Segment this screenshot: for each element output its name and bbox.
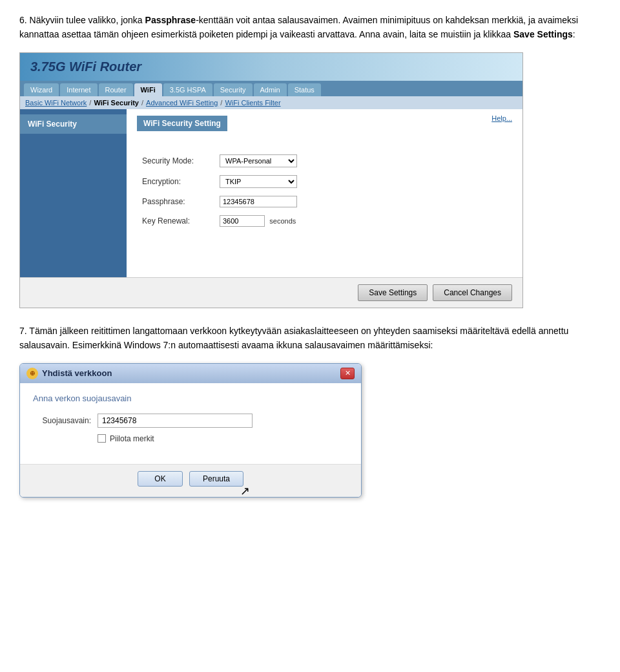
win7-cancel-wrapper: Peruuta ↖ <box>189 471 243 487</box>
win7-dialog: ⊕ Yhdistä verkkoon ✕ Anna verkon suojaus… <box>19 363 362 498</box>
breadcrumb-sep-2: / <box>141 99 143 107</box>
section-title: WiFi Security Setting <box>137 116 227 131</box>
form-row-passphrase: Passphrase: <box>137 192 302 211</box>
tab-security[interactable]: Security <box>214 83 253 96</box>
key-renewal-unit: seconds <box>269 217 296 225</box>
win7-checkbox-row: Piilota merkit <box>98 434 348 443</box>
encryption-label: Encryption: <box>137 171 214 192</box>
tab-admin[interactable]: Admin <box>254 83 287 96</box>
sidebar-wifi-security: WiFi Security <box>20 114 127 134</box>
win7-cancel-button[interactable]: Peruuta <box>189 471 243 487</box>
breadcrumb-advanced-wifi[interactable]: Advanced WiFi Setting <box>146 99 218 107</box>
tab-status[interactable]: Status <box>288 83 321 96</box>
win7-dialog-footer: OK Peruuta ↖ <box>20 464 361 497</box>
tab-hspa[interactable]: 3.5G HSPA <box>163 83 212 96</box>
form-row-encryption: Encryption: TKIP <box>137 171 302 192</box>
breadcrumb-sep-1: / <box>89 99 91 107</box>
encryption-cell: TKIP <box>214 171 302 192</box>
passphrase-cell <box>214 192 302 211</box>
win7-titlebar: ⊕ Yhdistä verkkoon ✕ <box>20 364 361 383</box>
router-nav: Wizard Internet Router WiFi 3.5G HSPA Se… <box>20 81 522 96</box>
breadcrumb-basic-wifi[interactable]: Basic WiFi Network <box>25 99 87 107</box>
router-footer: Save Settings Cancel Changes <box>20 277 522 308</box>
tab-wifi[interactable]: WiFi <box>134 83 162 96</box>
win7-hide-chars-checkbox[interactable] <box>98 434 106 443</box>
router-content: WiFi Security Setting Help... Security M… <box>127 109 522 277</box>
key-renewal-input[interactable] <box>220 215 265 227</box>
breadcrumb-wifi-clients[interactable]: WiFi Clients Filter <box>225 99 280 107</box>
router-title: 3.75G WiFi Router <box>30 59 141 74</box>
win7-close-button[interactable]: ✕ <box>340 368 355 379</box>
security-mode-cell: WPA-Personal <box>214 151 302 171</box>
security-mode-select[interactable]: WPA-Personal <box>220 154 297 167</box>
tab-router[interactable]: Router <box>99 83 133 96</box>
encryption-select[interactable]: TKIP <box>220 175 297 188</box>
passphrase-bold: Passphrase <box>145 15 196 25</box>
settings-form: Security Mode: WPA-Personal Encryption: … <box>137 151 302 231</box>
help-link[interactable]: Help... <box>491 114 512 122</box>
key-renewal-cell: seconds <box>214 211 302 231</box>
cursor-icon: ↖ <box>240 484 250 498</box>
win7-title-left: ⊕ Yhdistä verkkoon <box>26 368 112 379</box>
win7-field-label: Suojausavain: <box>33 416 91 425</box>
paragraph-1: 6. Näkyviin tulee valikko, jonka Passphr… <box>19 13 601 42</box>
tab-wizard[interactable]: Wizard <box>24 83 59 96</box>
form-row-security-mode: Security Mode: WPA-Personal <box>137 151 302 171</box>
paragraph-2-num: 7. <box>19 326 27 336</box>
win7-security-key-input[interactable] <box>98 414 253 428</box>
router-breadcrumb: Basic WiFi Network / WiFi Security / Adv… <box>20 96 522 109</box>
save-settings-button[interactable]: Save Settings <box>358 284 428 301</box>
win7-dialog-body: Anna verkon suojausavain Suojausavain: P… <box>20 383 361 464</box>
save-settings-bold: Save Settings <box>513 29 573 39</box>
passphrase-input[interactable] <box>220 196 297 207</box>
passphrase-label: Passphrase: <box>137 192 214 211</box>
tab-internet[interactable]: Internet <box>60 83 97 96</box>
win7-ok-button[interactable]: OK <box>138 471 183 487</box>
win7-dialog-title: Yhdistä verkkoon <box>42 368 112 378</box>
breadcrumb-wifi-security[interactable]: WiFi Security <box>94 99 139 107</box>
router-sidebar: WiFi Security <box>20 109 127 277</box>
paragraph-2-text: Tämän jälkeen reitittimen langattomaan v… <box>19 326 568 350</box>
form-row-key-renewal: Key Renewal: seconds <box>137 211 302 231</box>
win7-network-icon: ⊕ <box>26 368 38 379</box>
security-mode-label: Security Mode: <box>137 151 214 171</box>
win7-dialog-wrapper: ⊕ Yhdistä verkkoon ✕ Anna verkon suojaus… <box>19 363 601 498</box>
win7-dialog-subtitle: Anna verkon suojausavain <box>33 394 348 403</box>
breadcrumb-sep-3: / <box>220 99 222 107</box>
win7-form-row-field: Suojausavain: <box>33 414 348 428</box>
router-body: WiFi Security WiFi Security Setting Help… <box>20 109 522 277</box>
win7-checkbox-label: Piilota merkit <box>110 434 154 443</box>
key-renewal-label: Key Renewal: <box>137 211 214 231</box>
paragraph-2: 7. Tämän jälkeen reitittimen langattomaa… <box>19 324 601 353</box>
router-header: 3.75G WiFi Router <box>20 53 522 81</box>
router-ui: 3.75G WiFi Router Wizard Internet Router… <box>19 52 523 308</box>
cancel-changes-button[interactable]: Cancel Changes <box>433 284 512 301</box>
